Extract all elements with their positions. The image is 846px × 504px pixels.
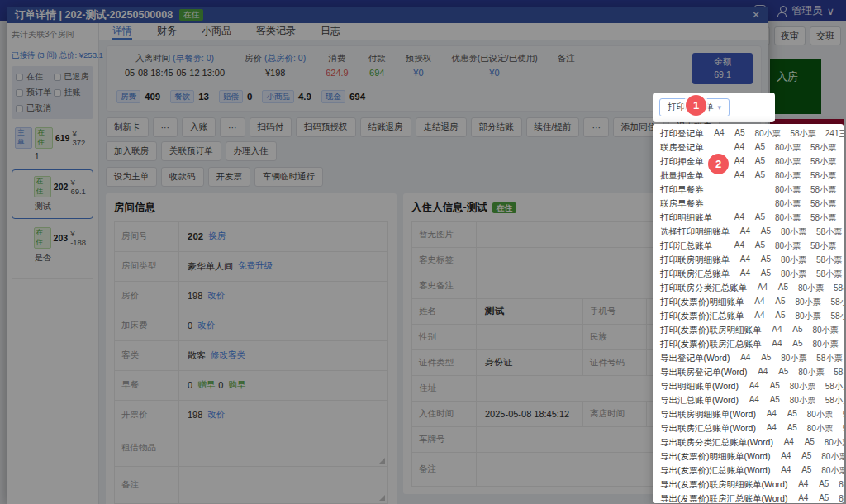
print-size-option[interactable]: A5 (759, 381, 780, 392)
print-size-option[interactable]: A4 (730, 353, 750, 364)
print-size-option[interactable]: A4 (756, 423, 777, 435)
print-size-option[interactable]: A5 (794, 437, 815, 449)
print-size-option[interactable]: A4 (724, 212, 744, 224)
print-size-option[interactable]: A4 (787, 493, 808, 504)
print-size-option[interactable]: 58小票 (839, 325, 844, 336)
print-menu-item[interactable]: 导出(发票价)明细账单(Word) A4A580小票58小票 (660, 449, 836, 464)
print-size-option[interactable]: 80小票 (745, 128, 781, 140)
print-size-option[interactable]: A4 (747, 283, 768, 294)
print-size-option[interactable]: 80小票 (829, 493, 844, 504)
print-menu-item[interactable]: 导出汇总账单(Word) A4A580小票58小票 (660, 393, 836, 407)
print-size-option[interactable]: 58小票 (806, 226, 842, 238)
print-size-option[interactable]: A5 (744, 170, 765, 182)
print-size-option[interactable]: A4 (762, 325, 782, 336)
print-size-option[interactable]: A5 (744, 156, 765, 168)
print-size-option[interactable]: 80小票 (811, 465, 844, 477)
print-size-option[interactable]: A4 (762, 339, 782, 350)
print-menu-item[interactable]: 打印联房分类汇总账单 A4A580小票58小票 (660, 281, 836, 295)
print-menu-item[interactable]: 联房早餐券 80小票58小票 (660, 197, 836, 211)
print-size-option[interactable]: 58小票 (839, 339, 844, 350)
print-size-option[interactable]: 80小票 (771, 226, 806, 238)
print-size-option[interactable]: 58小票 (801, 170, 836, 182)
print-menu-item[interactable]: 导出联房明细账单(Word) A4A580小票58小票 (660, 407, 836, 421)
print-size-option[interactable]: A5 (782, 339, 803, 350)
print-size-option[interactable]: 80小票 (815, 437, 844, 449)
print-size-option[interactable]: 58小票 (833, 409, 844, 421)
print-menu-item[interactable]: 打印汇总账单 A4A580小票58小票 (660, 239, 836, 253)
print-size-option[interactable]: A5 (808, 479, 829, 491)
print-menu-item[interactable]: 打印早餐券 80小票58小票 (660, 183, 836, 197)
print-size-option[interactable]: A5 (744, 240, 765, 252)
print-size-option[interactable]: A4 (730, 226, 750, 238)
print-menu-item[interactable]: 导出联房分类汇总账单(Word) A4A580小票58小票 (660, 435, 836, 449)
print-menu-item[interactable]: 导出(发票价)联房汇总账单(Word) A4A580小票58小票 (660, 492, 836, 503)
print-size-option[interactable]: A4 (724, 142, 744, 154)
print-menu-item[interactable]: 打印押金单 A4A580小票58小票 (660, 155, 836, 169)
print-menu-item[interactable]: 打印(发票价)明细账单 A4A580小票58小票 (660, 295, 836, 309)
print-size-option[interactable]: A5 (759, 395, 780, 407)
print-menu-item[interactable]: 打印明细账单 A4A580小票58小票 (660, 211, 836, 225)
print-size-option[interactable]: A5 (750, 353, 771, 364)
print-menu-item[interactable]: 导出明细账单(Word) A4A580小票58小票 (660, 379, 836, 393)
print-size-option[interactable]: A5 (750, 269, 771, 280)
print-size-option[interactable]: 58小票 (781, 128, 816, 140)
print-size-option[interactable]: A4 (744, 311, 765, 322)
print-size-option[interactable]: A4 (787, 479, 808, 491)
print-menu-item[interactable]: 打印(发票价)汇总账单 A4A580小票58小票 (660, 309, 836, 323)
print-size-option[interactable]: A5 (782, 325, 803, 336)
print-size-option[interactable]: 58小票 (815, 381, 844, 392)
print-size-option[interactable]: A4 (756, 409, 777, 421)
print-size-option[interactable]: 80小票 (765, 184, 801, 196)
print-menu-item[interactable]: 导出联房登记单(Word) A4A580小票58小票 (660, 365, 836, 379)
print-size-option[interactable]: A4 (724, 170, 744, 182)
print-menu-item[interactable]: 打印(发票价)联房明细账单 A4A580小票58小票 (660, 323, 836, 337)
print-size-option[interactable]: 80小票 (765, 212, 801, 224)
print-size-option[interactable]: A5 (777, 409, 797, 421)
print-size-option[interactable]: 58小票 (821, 311, 844, 322)
print-size-option[interactable]: 58小票 (806, 353, 842, 364)
print-size-option[interactable]: 58小票 (806, 254, 842, 266)
print-size-option[interactable]: A5 (750, 226, 771, 238)
print-size-option[interactable]: 80小票 (765, 240, 801, 252)
print-menu-item[interactable]: 选择打印明细账单 A4A580小票58小票 (660, 225, 836, 239)
print-menu-item[interactable]: 批量押金单 A4A580小票58小票 (660, 169, 836, 183)
print-size-option[interactable]: 58小票 (821, 297, 844, 308)
print-size-option[interactable]: 80小票 (771, 254, 806, 266)
print-size-option[interactable]: 58小票 (801, 198, 836, 210)
print-size-option[interactable]: 58小票 (801, 184, 836, 196)
print-size-option[interactable]: A5 (768, 367, 788, 378)
print-size-option[interactable]: 58小票 (801, 156, 836, 168)
print-size-option[interactable]: 58小票 (833, 423, 844, 435)
print-size-option[interactable]: A5 (765, 297, 786, 308)
print-size-option[interactable]: 58小票 (815, 395, 844, 407)
print-size-option[interactable]: A4 (747, 367, 768, 378)
print-menu-item[interactable]: 打印(发票价)联房汇总账单 A4A580小票58小票 (660, 337, 836, 351)
print-size-option[interactable]: A4 (739, 381, 759, 392)
print-size-option[interactable]: 58小票 (824, 367, 844, 378)
print-size-option[interactable]: A4 (730, 269, 750, 280)
print-size-option[interactable]: 80小票 (771, 269, 806, 280)
print-size-option[interactable]: 241三等分 (816, 128, 844, 140)
print-size-option[interactable]: A4 (704, 128, 725, 140)
print-size-option[interactable]: A5 (765, 311, 786, 322)
print-size-option[interactable]: A5 (768, 283, 788, 294)
print-size-option[interactable]: A5 (791, 465, 811, 477)
print-menu-item[interactable]: 导出(发票价)联房明细账单(Word) A4A580小票58小票 (660, 478, 836, 492)
print-menu-item[interactable]: 导出登记单(Word) A4A580小票58小票241三等分 (660, 351, 836, 365)
print-size-option[interactable]: 80小票 (786, 311, 821, 322)
print-menu-item[interactable]: 打印联房明细账单 A4A580小票58小票 (660, 253, 836, 267)
print-size-option[interactable]: A4 (730, 254, 750, 266)
print-size-option[interactable]: 80小票 (765, 142, 801, 154)
print-size-option[interactable]: A5 (744, 212, 765, 224)
print-size-option[interactable]: A4 (770, 465, 791, 477)
print-size-option[interactable]: 80小票 (803, 325, 839, 336)
print-size-option[interactable]: A4 (739, 395, 759, 407)
print-size-option[interactable]: 80小票 (771, 353, 806, 364)
print-size-option[interactable]: 80小票 (797, 409, 833, 421)
print-size-option[interactable]: 80小票 (780, 395, 815, 407)
print-menu-item[interactable]: 联房登记单 A4A580小票58小票 (660, 140, 836, 155)
print-size-option[interactable]: A5 (744, 142, 765, 154)
print-size-option[interactable]: 80小票 (786, 297, 821, 308)
print-size-option[interactable]: 80小票 (765, 170, 801, 182)
print-size-option[interactable]: 58小票 (801, 212, 836, 224)
